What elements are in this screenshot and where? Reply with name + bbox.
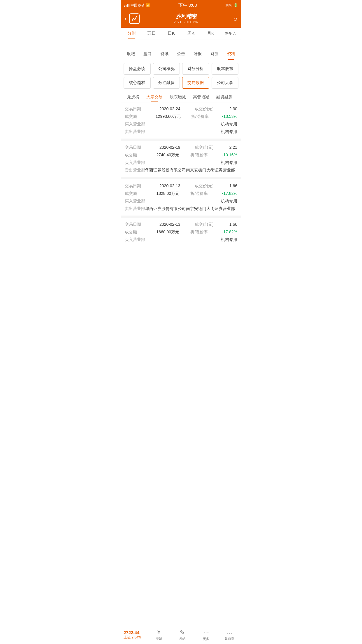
- value-price-4: 1.66: [229, 222, 237, 227]
- value-sell-1: 机构专用: [221, 129, 237, 134]
- value-buy-1: 机构专用: [221, 122, 237, 127]
- tab-zhouk[interactable]: 周K: [181, 28, 201, 39]
- signal-bar-1: [124, 6, 125, 7]
- stock-price-row: 2.50 -10.07%: [173, 20, 199, 24]
- data-sub-rongrong[interactable]: 融资融券: [213, 92, 236, 102]
- trade-records: 交易日期 2020-02-24 成交价(元) 2.30 成交额 12993.60…: [121, 102, 241, 246]
- carrier-label: 中国移动: [131, 3, 145, 8]
- value-amount-4: 1660.00万元: [156, 230, 179, 235]
- battery-label: 18%: [225, 3, 232, 7]
- app-logo: [129, 13, 140, 24]
- signal-bar-4: [129, 4, 129, 7]
- data-sub-gaoguan[interactable]: 高管增减: [189, 92, 213, 102]
- value-amount-2: 2740.40万元: [156, 153, 179, 158]
- trade-row-sell-2: 卖出营业部 华西证券股份有限公司南京安德门大街证券营业部: [125, 167, 237, 174]
- search-button[interactable]: ⌕: [233, 15, 237, 22]
- trade-row-date-3: 交易日期 2020-02-13 成交价(元) 1.66: [125, 182, 237, 190]
- trade-item-4: 交易日期 2020-02-13 成交价(元) 1.66 成交额 1660.00万…: [121, 218, 241, 246]
- cat-jiaoyidata[interactable]: 交易数据: [182, 77, 209, 89]
- trade-row-date-2: 交易日期 2020-02-19 成交价(元) 2.21: [125, 144, 237, 151]
- cat-gongsidashi[interactable]: 公司大事: [212, 77, 239, 89]
- value-sell-3: 华西证券股份有限公司南京安德门大街证券营业部: [145, 206, 237, 211]
- label-amount-3: 成交额: [125, 191, 145, 196]
- trade-row-buy-3: 买入营业部 机构专用: [125, 197, 237, 205]
- tab-fenshi[interactable]: 分时: [122, 28, 142, 39]
- status-right: 18% 🔋: [225, 3, 238, 7]
- app-logo-inner: [130, 14, 139, 23]
- label-date-2: 交易日期: [125, 145, 145, 150]
- data-sub-gudongzz[interactable]: 股东增减: [166, 92, 189, 102]
- battery-icon: 🔋: [233, 3, 238, 7]
- label-buy-1: 买入营业部: [125, 122, 145, 127]
- value-date-3: 2020-02-13: [159, 183, 180, 189]
- tab-wuri[interactable]: 五日: [142, 28, 161, 39]
- value-date-4: 2020-02-13: [159, 222, 180, 227]
- trade-row-amount-1: 成交额 12993.60万元 折/溢价率 -13.53%: [125, 113, 237, 120]
- label-price-2: 成交价(元): [195, 145, 215, 150]
- trade-row-amount-4: 成交额 1660.00万元 折/溢价率 -17.82%: [125, 228, 237, 236]
- value-sell-2: 华西证券股份有限公司南京安德门大街证券营业部: [145, 168, 237, 173]
- value-discount-3: -17.82%: [222, 191, 237, 196]
- back-button[interactable]: ‹: [125, 15, 127, 22]
- trade-row-amount-3: 成交额 1328.00万元 折/溢价率 -17.82%: [125, 190, 237, 197]
- label-buy-2: 买入营业部: [125, 160, 145, 165]
- tab-rik[interactable]: 日K: [161, 28, 181, 39]
- tab-more[interactable]: 更多 ∧: [220, 28, 240, 39]
- data-sub-longhubang[interactable]: 龙虎榜: [124, 92, 143, 102]
- stock-price: 2.50: [173, 20, 181, 24]
- logo-svg: [131, 15, 138, 22]
- trade-item-2: 交易日期 2020-02-19 成交价(元) 2.21 成交额 2740.40万…: [121, 141, 241, 179]
- header: ‹ 胜利精密 2.50 -10.07% ⌕: [121, 10, 241, 28]
- value-amount-3: 1328.00万元: [156, 191, 179, 196]
- label-buy-3: 买入营业部: [125, 199, 145, 204]
- header-center: 胜利精密 2.50 -10.07%: [173, 13, 199, 24]
- trade-row-date-1: 交易日期 2020-02-24 成交价(元) 2.30: [125, 105, 237, 113]
- signal-bar-2: [126, 5, 126, 7]
- trade-row-date-4: 交易日期 2020-02-13 成交价(元) 1.66: [125, 221, 237, 228]
- subnav-ziliao[interactable]: 资料: [223, 48, 240, 60]
- cat-hexin[interactable]: 核心题材: [124, 77, 151, 89]
- stock-change: -10.07%: [184, 20, 198, 24]
- label-date-3: 交易日期: [125, 183, 145, 189]
- subnav-yanbao[interactable]: 研报: [189, 48, 206, 60]
- subnav-guba[interactable]: 股吧: [122, 48, 139, 60]
- data-sub-nav: 龙虎榜 大宗交易 股东增减 高管增减 融资融券: [121, 90, 241, 102]
- trade-row-sell-3: 卖出营业部 华西证券股份有限公司南京安德门大街证券营业部: [125, 205, 237, 213]
- tab-yuek[interactable]: 月K: [201, 28, 221, 39]
- value-date-2: 2020-02-19: [159, 145, 180, 150]
- subnav-caiwu[interactable]: 财务: [206, 48, 223, 60]
- trade-item-3: 交易日期 2020-02-13 成交价(元) 1.66 成交额 1328.00万…: [121, 179, 241, 218]
- value-amount-1: 12993.60万元: [156, 114, 181, 119]
- subnav-pankou[interactable]: 盘口: [139, 48, 156, 60]
- cat-fenhong[interactable]: 分红融资: [153, 77, 180, 89]
- label-date-1: 交易日期: [125, 106, 145, 112]
- category-grid: 操盘必读 公司概况 财务分析 股本股东 核心题材 分红融资 交易数据 公司大事: [121, 60, 241, 90]
- value-price-2: 2.21: [229, 145, 237, 150]
- label-amount-1: 成交额: [125, 114, 145, 119]
- chart-area: [121, 39, 241, 48]
- subnav-zixun[interactable]: 资讯: [156, 48, 173, 60]
- data-sub-dazong[interactable]: 大宗交易: [143, 92, 166, 102]
- stock-name: 胜利精密: [173, 13, 199, 20]
- trade-row-sell-1: 卖出营业部 机构专用: [125, 128, 237, 136]
- label-date-4: 交易日期: [125, 222, 145, 227]
- label-amount-4: 成交额: [125, 230, 145, 235]
- value-date-1: 2020-02-24: [159, 106, 180, 112]
- value-discount-1: -13.53%: [222, 114, 237, 119]
- cat-gufeng[interactable]: 股本股东: [212, 63, 239, 75]
- trade-item-1: 交易日期 2020-02-24 成交价(元) 2.30 成交额 12993.60…: [121, 102, 241, 141]
- label-price-4: 成交价(元): [195, 222, 215, 227]
- trade-row-buy-4: 买入营业部 机构专用: [125, 236, 237, 244]
- cat-caiwufen[interactable]: 财务分析: [182, 63, 209, 75]
- label-sell-1: 卖出营业部: [125, 129, 145, 134]
- sub-nav: 股吧 盘口 资讯 公告 研报 财务 资料: [121, 48, 241, 60]
- cat-gongsi[interactable]: 公司概况: [153, 63, 180, 75]
- label-price-3: 成交价(元): [195, 183, 215, 189]
- subnav-gonggao[interactable]: 公告: [173, 48, 189, 60]
- chart-tabs: 分时 五日 日K 周K 月K 更多 ∧: [121, 28, 241, 39]
- value-price-3: 1.66: [229, 183, 237, 189]
- value-buy-4: 机构专用: [221, 237, 237, 242]
- status-bar: 中国移动 📶 下午 3:08 18% 🔋: [121, 0, 241, 10]
- trade-row-buy-2: 买入营业部 机构专用: [125, 159, 237, 167]
- cat-caopan[interactable]: 操盘必读: [124, 63, 151, 75]
